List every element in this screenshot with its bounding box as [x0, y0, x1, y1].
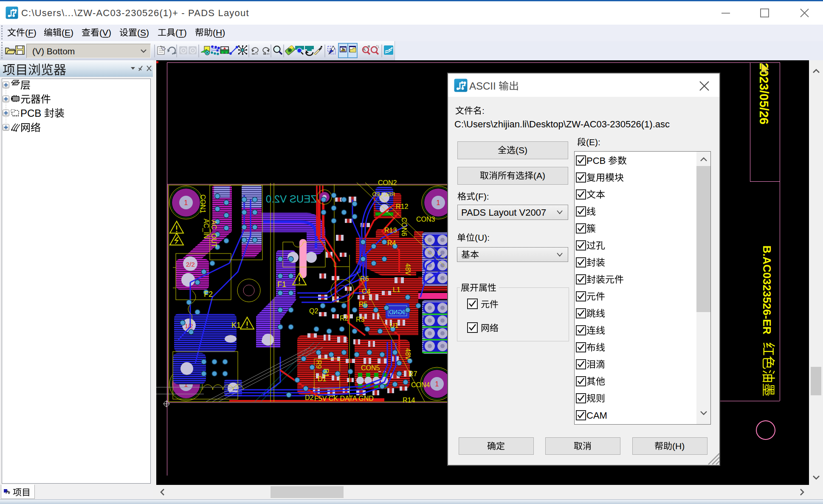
svg-text:R5: R5 — [359, 301, 368, 308]
svg-text:AC_IN: AC_IN — [202, 219, 210, 239]
svg-text:Q2: Q2 — [309, 307, 318, 315]
svg-text:R9: R9 — [315, 360, 322, 369]
svg-text:ZEUS V2.0: ZEUS V2.0 — [266, 193, 317, 205]
svg-text:K1: K1 — [231, 321, 241, 329]
svg-text:R4: R4 — [387, 239, 396, 247]
svg-text:CON2: CON2 — [378, 179, 397, 186]
svg-text:F5V CK DATA GND: F5V CK DATA GND — [314, 395, 374, 402]
svg-text:48V: 48V — [404, 348, 412, 360]
svg-text:D2: D2 — [305, 394, 314, 401]
svg-text:CON6: CON6 — [400, 217, 408, 237]
svg-text:F2: F2 — [204, 290, 213, 298]
svg-text:48V: 48V — [404, 263, 412, 276]
svg-text:1: 1 — [435, 380, 439, 388]
svg-text:L1: L1 — [393, 286, 400, 293]
svg-text:R6: R6 — [360, 275, 369, 282]
svg-text:R3: R3 — [356, 316, 365, 323]
svg-text:AC_OUT: AC_OUT — [210, 220, 217, 248]
svg-text:R14: R14 — [403, 397, 415, 404]
svg-text:U1: U1 — [390, 322, 399, 329]
svg-text:CON1: CON1 — [199, 194, 206, 214]
svg-text:B.AC0323526-ER: B.AC0323526-ER — [761, 245, 773, 335]
svg-text:F1: F1 — [277, 280, 286, 289]
svg-text:2023/05/26: 2023/05/26 — [757, 63, 771, 124]
svg-text:R12: R12 — [396, 203, 408, 210]
svg-text:1: 1 — [184, 199, 188, 206]
svg-text:2/2: 2/2 — [186, 261, 195, 268]
svg-text:CON4: CON4 — [411, 381, 430, 389]
svg-text:1: 1 — [437, 199, 440, 206]
svg-text:C4: C4 — [362, 288, 371, 295]
svg-text:CON5: CON5 — [361, 364, 380, 372]
svg-text:D1: D1 — [318, 375, 327, 383]
svg-text:R2: R2 — [340, 315, 349, 322]
svg-text:CON3: CON3 — [416, 216, 435, 223]
svg-text:R13: R13 — [384, 227, 397, 234]
svg-text:9GND: 9GND — [389, 309, 406, 315]
svg-text:REL LED: REL LED — [372, 191, 395, 197]
svg-text:R7: R7 — [409, 370, 417, 377]
